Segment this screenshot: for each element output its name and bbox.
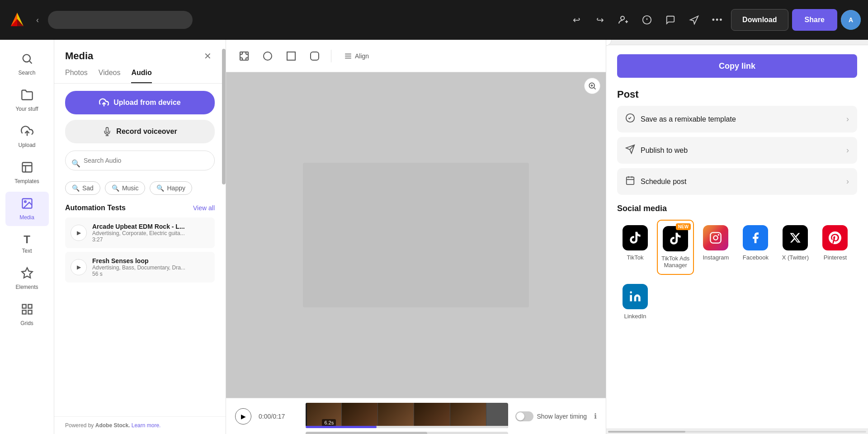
social-pinterest[interactable]: Pinterest <box>817 220 853 275</box>
svg-rect-34 <box>627 177 634 185</box>
undo-button[interactable]: ↩ <box>566 10 586 30</box>
add-collaborator-button[interactable] <box>613 10 633 30</box>
x-twitter-icon-wrapper <box>783 225 808 250</box>
sidebar-item-media[interactable]: Media <box>5 192 49 226</box>
align-button[interactable]: Align <box>339 48 374 64</box>
tab-videos[interactable]: Videos <box>99 69 121 83</box>
save-remixable-option[interactable]: Save as a remixable template › <box>617 106 857 132</box>
timeline-scrollbar[interactable] <box>306 432 508 434</box>
search-audio-wrapper: 🔍 <box>65 151 215 176</box>
layer-timing-info-icon[interactable]: ℹ <box>594 412 597 420</box>
canvas-play-button[interactable]: ▶ <box>235 408 251 425</box>
tiktok-ads-icon-wrapper: NEW <box>663 226 688 251</box>
sidebar-item-text[interactable]: T Text <box>5 228 49 259</box>
search-chip-icon-3: 🔍 <box>156 184 164 192</box>
back-button[interactable]: ‹ <box>33 14 42 27</box>
sidebar-item-search[interactable]: Search <box>5 47 49 81</box>
sidebar-label-text: Text <box>22 248 32 254</box>
social-tiktok-ads[interactable]: NEW TikTok AdsManager <box>657 220 694 275</box>
svg-rect-15 <box>22 305 26 308</box>
filter-chip-happy[interactable]: 🔍 Happy <box>150 181 192 195</box>
right-panel-content: Copy link Post Save as a remixable templ… <box>606 45 868 429</box>
social-tiktok[interactable]: TikTok <box>617 220 653 275</box>
right-panel-bottom-scroll[interactable] <box>606 429 868 434</box>
filter-chip-music[interactable]: 🔍 Music <box>105 181 146 195</box>
audio-track-1[interactable]: ▶ Fresh Senses loop Advertising, Bass, D… <box>65 252 215 283</box>
timeline-marker[interactable] <box>306 403 307 428</box>
audio-duration-1: 56 s <box>92 271 209 277</box>
sidebar-item-grids[interactable]: Grids <box>5 297 49 332</box>
facebook-icon-wrapper <box>743 225 768 250</box>
copy-link-button[interactable]: Copy link <box>617 54 857 78</box>
show-layer-timing-toggle[interactable]: Show layer timing <box>515 411 587 421</box>
time-display: 0:00/0:17 <box>259 413 285 420</box>
svg-rect-38 <box>711 232 721 243</box>
play-button-1[interactable]: ▶ <box>71 259 87 275</box>
social-x-twitter[interactable]: X (Twitter) <box>777 220 813 275</box>
project-name-input[interactable] <box>48 11 193 29</box>
close-icon: ✕ <box>204 51 212 61</box>
upload-cloud-icon <box>99 98 109 108</box>
svg-rect-24 <box>287 52 295 60</box>
share-button[interactable]: Share <box>792 9 837 31</box>
audio-track-0[interactable]: ▶ Arcade Upbeat EDM Rock - L... Advertis… <box>65 217 215 248</box>
sidebar-item-upload[interactable]: Upload <box>5 119 49 154</box>
new-badge: NEW <box>676 223 691 230</box>
thumbnail-frame-1 <box>342 403 378 428</box>
learn-more-link[interactable]: Learn more. <box>132 422 161 429</box>
media-panel-close-button[interactable]: ✕ <box>200 49 215 63</box>
upload-from-device-button[interactable]: Upload from device <box>65 91 215 114</box>
pinterest-label: Pinterest <box>824 254 847 261</box>
sidebar-item-your-stuff[interactable]: Your stuff <box>5 83 49 118</box>
sidebar-item-elements[interactable]: Elements <box>5 261 49 296</box>
thumbnail-frame-4 <box>450 403 486 428</box>
media-icon <box>21 197 33 212</box>
schedule-post-label: Schedule post <box>641 178 686 186</box>
tiktok-icon <box>623 225 648 250</box>
audio-meta-1: Advertising, Bass, Documentary, Dra... <box>92 264 209 271</box>
svg-marker-14 <box>22 268 32 278</box>
publish-web-option[interactable]: Publish to web › <box>617 137 857 164</box>
download-button[interactable]: Download <box>731 9 788 31</box>
circle-tool-button[interactable] <box>259 47 277 65</box>
zoom-button[interactable] <box>584 78 600 94</box>
powered-by-footer: Powered by Adobe Stock. Learn more. <box>54 416 226 434</box>
grids-icon <box>21 303 33 318</box>
play-button-main[interactable]: ▶ <box>235 408 251 425</box>
tab-audio[interactable]: Audio <box>131 69 151 83</box>
sidebar-label-search: Search <box>18 70 35 76</box>
social-instagram[interactable]: Instagram <box>698 220 734 275</box>
canvas-area: Align <box>226 40 606 434</box>
tips-button[interactable] <box>637 10 657 30</box>
sidebar-item-templates[interactable]: Templates <box>5 156 49 190</box>
comment-button[interactable] <box>660 10 680 30</box>
timeline-scroll-thumb <box>306 432 427 434</box>
media-panel-header: Media ✕ <box>54 40 226 63</box>
social-linkedin[interactable]: LinkedIn <box>617 278 653 325</box>
right-panel-top-scrollbar[interactable] <box>606 40 868 45</box>
media-tabs: Photos Videos Audio <box>54 63 226 84</box>
x-twitter-label: X (Twitter) <box>782 254 809 261</box>
rounded-rect-tool-button[interactable] <box>306 47 324 65</box>
facebook-label: Facebook <box>743 254 769 261</box>
record-voiceover-button[interactable]: Record voiceover <box>65 120 215 143</box>
mic-icon <box>103 127 112 136</box>
thumbnail-label: 6.2s <box>322 419 336 426</box>
share-comment-button[interactable] <box>684 10 704 30</box>
view-all-button[interactable]: View all <box>193 204 215 212</box>
tab-photos[interactable]: Photos <box>65 69 88 83</box>
frame-tool-button[interactable] <box>235 47 253 65</box>
svg-rect-22 <box>240 52 248 60</box>
user-avatar[interactable]: A <box>841 10 861 30</box>
search-audio-input[interactable] <box>65 151 215 170</box>
audio-title-1: Fresh Senses loop <box>92 257 209 264</box>
save-remixable-label: Save as a remixable template <box>641 115 736 123</box>
play-button-0[interactable]: ▶ <box>71 225 87 241</box>
left-sidebar: Search Your stuff Upload <box>0 40 54 434</box>
more-options-button[interactable]: ••• <box>708 10 727 30</box>
schedule-post-option[interactable]: Schedule post › <box>617 168 857 195</box>
social-facebook[interactable]: Facebook <box>737 220 774 275</box>
rect-tool-button[interactable] <box>282 47 300 65</box>
filter-chip-sad[interactable]: 🔍 Sad <box>65 181 100 195</box>
redo-button[interactable]: ↪ <box>590 10 610 30</box>
